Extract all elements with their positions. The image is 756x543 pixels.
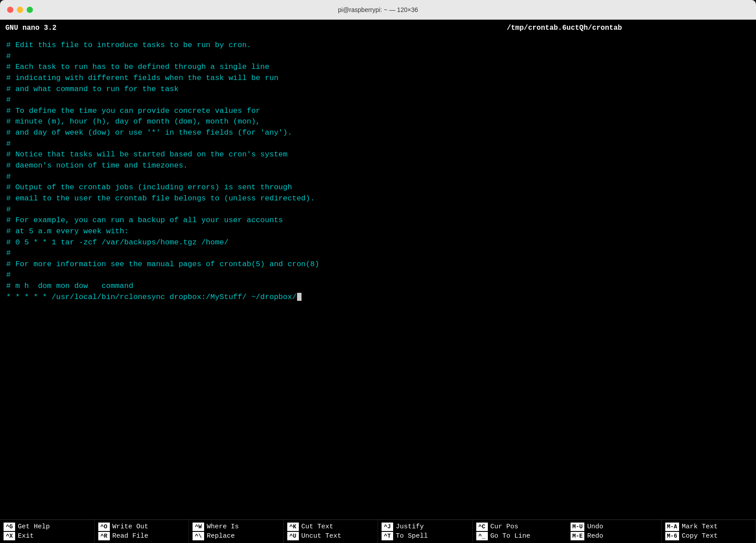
shortcut-label: Uncut Text [302, 532, 342, 540]
shortcut-key: ^G [4, 523, 15, 531]
shortcut-key: M-U [571, 523, 584, 531]
shortcut-pair: ^GGet Help [4, 523, 50, 531]
shortcut-label: Copy Text [682, 532, 718, 540]
shortcut-pair: ^RRead File [98, 532, 149, 540]
shortcut-label: Exit [18, 532, 34, 540]
shortcut-group-7: M-AMark TextM-6Copy Text [662, 520, 756, 543]
file-path: /tmp/crontab.6uctQh/crontab [378, 24, 751, 32]
shortcut-label: Write Out [113, 523, 149, 531]
editor-area[interactable]: # Edit this file to introduce tasks to b… [0, 36, 756, 519]
title-bar: pi@raspberrypi: ~ — 120×36 [0, 0, 756, 20]
shortcut-key: ^C [476, 523, 488, 531]
shortcut-label: Go To Line [491, 532, 531, 540]
maximize-button[interactable] [27, 7, 33, 13]
shortcut-label: To Spell [396, 532, 428, 540]
shortcut-group-2: ^WWhere Is^\Replace [189, 520, 284, 543]
shortcut-group-5: ^CCur Pos^_Go To Line [473, 520, 567, 543]
shortcut-key: ^U [287, 532, 299, 540]
shortcut-label: Cut Text [302, 523, 334, 531]
shortcut-key: ^T [382, 532, 393, 540]
minimize-button[interactable] [17, 7, 23, 13]
shortcut-key: ^O [98, 523, 110, 531]
shortcut-group-4: ^JJustify^TTo Spell [378, 520, 473, 543]
shortcut-label: Redo [587, 532, 603, 540]
shortcut-pair: M-ERedo [571, 532, 603, 540]
shortcut-pair: ^_Go To Line [476, 532, 531, 540]
shortcut-key: M-6 [665, 532, 679, 540]
shortcut-key: M-A [665, 523, 679, 531]
shortcut-pair: M-AMark Text [665, 523, 718, 531]
shortcut-key: ^X [4, 532, 15, 540]
shortcut-label: Undo [587, 523, 603, 531]
shortcut-key: ^\ [193, 532, 204, 540]
shortcut-group-6: M-UUndoM-ERedo [567, 520, 662, 543]
shortcut-label: Mark Text [682, 523, 718, 531]
shortcut-pair: ^UUncut Text [287, 532, 342, 540]
shortcut-pair: ^OWrite Out [98, 523, 149, 531]
shortcut-label: Replace [207, 532, 235, 540]
shortcut-pair: ^XExit [4, 532, 50, 540]
shortcut-pair: ^WWhere Is [193, 523, 239, 531]
shortcut-pair: ^TTo Spell [382, 532, 428, 540]
nano-version: GNU nano 3.2 [5, 24, 378, 32]
shortcut-label: Justify [396, 523, 424, 531]
text-cursor [297, 293, 302, 301]
shortcut-pair: M-6Copy Text [665, 532, 718, 540]
shortcut-label: Get Help [18, 523, 50, 531]
shortcut-pair: ^JJustify [382, 523, 428, 531]
shortcut-key: M-E [571, 532, 584, 540]
shortcut-key: ^W [193, 523, 204, 531]
menu-bar: GNU nano 3.2 /tmp/crontab.6uctQh/crontab [0, 20, 756, 36]
shortcut-pair: ^KCut Text [287, 523, 342, 531]
shortcut-group-1: ^OWrite Out^RRead File [95, 520, 189, 543]
window-title: pi@raspberrypi: ~ — 120×36 [338, 6, 418, 13]
shortcut-label: Where Is [207, 523, 239, 531]
shortcut-key: ^K [287, 523, 299, 531]
shortcut-label: Cur Pos [491, 523, 519, 531]
shortcut-pair: M-UUndo [571, 523, 603, 531]
shortcut-group-3: ^KCut Text^UUncut Text [284, 520, 378, 543]
shortcut-key: ^R [98, 532, 110, 540]
shortcut-key: ^_ [476, 532, 488, 540]
shortcut-key: ^J [382, 523, 393, 531]
close-button[interactable] [7, 7, 13, 13]
shortcut-label: Read File [113, 532, 149, 540]
shortcut-pair: ^CCur Pos [476, 523, 531, 531]
shortcut-group-0: ^GGet Help^XExit [0, 520, 95, 543]
shortcut-pair: ^\Replace [193, 532, 239, 540]
shortcut-bar: ^GGet Help^XExit^OWrite Out^RRead File^W… [0, 519, 756, 543]
window-controls[interactable] [7, 7, 33, 13]
